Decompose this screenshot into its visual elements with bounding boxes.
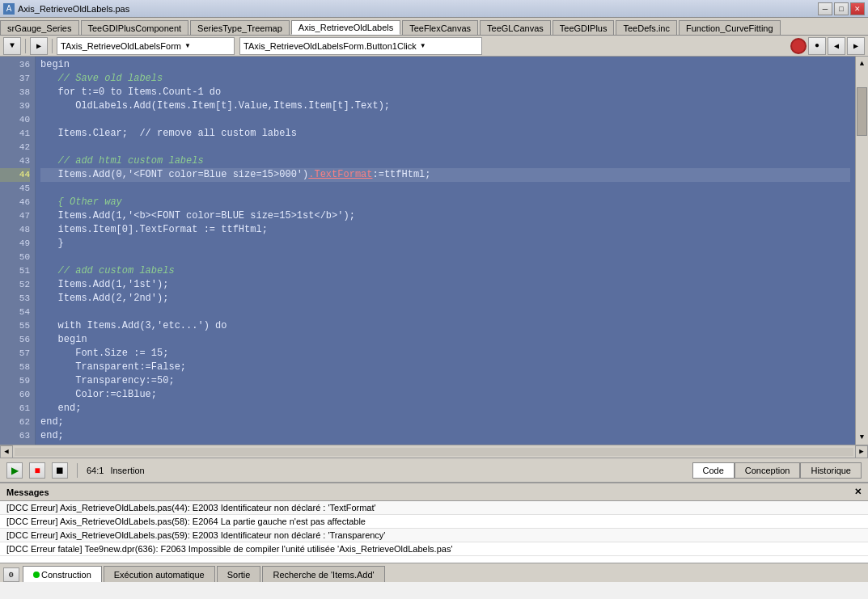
editor-tab[interactable]: TeeDefs.inc bbox=[616, 20, 676, 35]
class-dropdown[interactable]: TAxis_RetrieveOldLabelsForm ▼ bbox=[57, 37, 235, 55]
code-line: end; bbox=[40, 402, 850, 416]
code-line: } bbox=[40, 237, 850, 251]
code-line: Color:=clBlue; bbox=[40, 388, 850, 402]
line-number-gutter: 55 bbox=[0, 319, 30, 333]
code-line: Transparent:=False; bbox=[40, 361, 850, 374]
line-number-gutter: 62 bbox=[0, 416, 30, 429]
scroll-right-btn[interactable]: ▶ bbox=[855, 445, 868, 458]
nav-btn-2[interactable]: ◀ bbox=[828, 37, 845, 55]
editor-tab[interactable]: srGauge_Series bbox=[0, 20, 79, 35]
horizontal-scrollbar[interactable]: ◀ ▶ bbox=[0, 445, 868, 458]
code-editor[interactable]: begin // Save old labels for t:=0 to Ite… bbox=[36, 57, 855, 445]
scroll-thumb[interactable] bbox=[857, 87, 867, 136]
line-number-gutter: 49 bbox=[0, 237, 30, 251]
code-line: for t:=0 to Items.Count-1 do bbox=[40, 86, 850, 99]
class-dropdown-value: TAxis_RetrieveOldLabelsForm bbox=[61, 41, 181, 51]
view-tab-conception[interactable]: Conception bbox=[735, 462, 801, 479]
code-line: with Items.Add(3,'etc...') do bbox=[40, 319, 850, 333]
view-tabs[interactable]: CodeConceptionHistorique bbox=[692, 462, 862, 479]
bottom-tab-construction[interactable]: Construction bbox=[23, 566, 102, 582]
line-number-gutter: 43 bbox=[0, 154, 30, 168]
code-line: OldLabels.Add(Items.Item[t].Value,Items.… bbox=[40, 99, 850, 113]
bottom-tab-label: Exécution automatique bbox=[114, 570, 205, 580]
editor-tab[interactable]: TeeGLCanvas bbox=[480, 20, 551, 35]
method-dropdown[interactable]: TAxis_RetrieveOldLabelsForm.Button1Click… bbox=[239, 37, 482, 55]
maximize-button[interactable]: □ bbox=[834, 2, 849, 15]
messages-title: Messages bbox=[6, 487, 49, 497]
title-bar: A Axis_RetrieveOldLabels.pas ─ □ ✕ bbox=[0, 0, 868, 18]
editor-tab[interactable]: TeeGDIPlusComponent bbox=[81, 20, 189, 35]
stop-button[interactable]: ■ bbox=[29, 462, 45, 479]
bottom-tabs: ⚙ ConstructionExécution automatiqueSorti… bbox=[0, 563, 868, 582]
line-number-gutter: 48 bbox=[0, 223, 30, 237]
tomato-icon bbox=[790, 38, 807, 54]
line-number-gutter: 56 bbox=[0, 333, 30, 347]
scroll-left-btn[interactable]: ◀ bbox=[0, 445, 13, 458]
code-line: Transparency:=50; bbox=[40, 374, 850, 388]
code-line: Items.Clear; // remove all custom labels bbox=[40, 127, 850, 141]
line-number-gutter: 45 bbox=[0, 182, 30, 196]
editor-tab[interactable]: Function_CurveFitting bbox=[679, 20, 781, 35]
cursor-position: 64:1 bbox=[87, 466, 104, 475]
code-line: begin bbox=[40, 333, 850, 347]
close-messages-icon[interactable]: ✕ bbox=[854, 487, 862, 497]
code-line bbox=[40, 251, 850, 264]
pause-button[interactable]: ⏹ bbox=[52, 462, 68, 479]
active-indicator-icon bbox=[33, 572, 40, 578]
code-panel: 3637383940414243444546474849505152535455… bbox=[0, 57, 868, 445]
bottom-toolbar-icon: ⚙ bbox=[3, 567, 19, 582]
message-row[interactable]: [DCC Erreur] Axis_RetrieveOldLabels.pas(… bbox=[0, 529, 868, 542]
message-row[interactable]: [DCC Erreur] Axis_RetrieveOldLabels.pas(… bbox=[0, 501, 868, 515]
title-bar-text: Axis_RetrieveOldLabels.pas bbox=[18, 4, 129, 14]
bottom-tab-recherche-de-'items.add'[interactable]: Recherche de 'Items.Add' bbox=[262, 566, 384, 582]
code-line: Items.Add(1,'1st'); bbox=[40, 278, 850, 292]
h-scroll-track bbox=[15, 448, 853, 456]
message-row[interactable]: [DCC Erreur fatale] Tee9new.dpr(636): F2… bbox=[0, 542, 868, 556]
toolbar-right-btns: ● ◀ ▶ bbox=[790, 37, 865, 55]
code-line: items.Item[0].TextFormat := ttfHtml; bbox=[40, 223, 850, 237]
view-tab-code[interactable]: Code bbox=[692, 462, 735, 479]
line-number-gutter: 39 bbox=[0, 99, 30, 113]
line-number-gutter: 36 bbox=[0, 58, 30, 72]
scroll-down-btn[interactable]: ▼ bbox=[856, 430, 868, 445]
run-button[interactable]: ▶ bbox=[6, 462, 23, 479]
gear-icon: ⚙ bbox=[9, 570, 14, 580]
bottom-tab-label: Construction bbox=[41, 570, 91, 580]
code-line: { Other way bbox=[40, 196, 850, 209]
line-number: 64 bbox=[87, 466, 96, 475]
scroll-track bbox=[856, 152, 868, 430]
tab-bar: srGauge_SeriesTeeGDIPlusComponentSeriesT… bbox=[0, 18, 868, 36]
editor-tab[interactable]: SeriesType_Treemap bbox=[190, 20, 290, 35]
view-tab-historique[interactable]: Historique bbox=[800, 462, 862, 479]
code-line: // add custom labels bbox=[40, 264, 850, 278]
title-bar-controls[interactable]: ─ □ ✕ bbox=[818, 2, 865, 15]
bottom-tab-exécution-automatique[interactable]: Exécution automatique bbox=[104, 566, 215, 582]
bottom-tab-sortie[interactable]: Sortie bbox=[217, 566, 261, 582]
message-row[interactable]: [DCC Erreur] Axis_RetrieveOldLabels.pas(… bbox=[0, 515, 868, 529]
vertical-scrollbar[interactable]: ▲ ▼ bbox=[855, 57, 868, 445]
code-line: Items.Add(2,'2nd'); bbox=[40, 292, 850, 306]
insert-mode: Insertion bbox=[110, 466, 144, 475]
nav-btn-1[interactable]: ● bbox=[808, 37, 826, 55]
code-line: Items.Add(1,'<b><FONT color=BLUE size=15… bbox=[40, 209, 850, 223]
line-number-gutter: 54 bbox=[0, 306, 30, 319]
line-number-gutter: 51 bbox=[0, 264, 30, 278]
editor-tab[interactable]: Axis_RetrieveOldLabels bbox=[291, 20, 400, 35]
line-number-gutter: 38 bbox=[0, 86, 30, 99]
toolbar-back-button[interactable]: ▼ bbox=[3, 37, 21, 55]
editor-tab[interactable]: TeeGDIPlus bbox=[553, 20, 615, 35]
toolbar-arrow-btn[interactable]: ▶ bbox=[30, 37, 48, 55]
line-number-gutter: 41 bbox=[0, 127, 30, 141]
nav-btn-3[interactable]: ▶ bbox=[847, 37, 865, 55]
line-number-gutter: 61 bbox=[0, 402, 30, 416]
code-line bbox=[40, 141, 850, 154]
code-line: // Save old labels bbox=[40, 72, 850, 86]
close-button[interactable]: ✕ bbox=[850, 2, 865, 15]
scroll-up-btn[interactable]: ▲ bbox=[856, 57, 868, 71]
line-number-gutter: 46 bbox=[0, 196, 30, 209]
toolbar-row-1: ▼ ▶ TAxis_RetrieveOldLabelsForm ▼ TAxis_… bbox=[0, 36, 868, 57]
editor-tab[interactable]: TeeFlexCanvas bbox=[402, 20, 478, 35]
code-line: end; bbox=[40, 429, 850, 443]
title-bar-left: A Axis_RetrieveOldLabels.pas bbox=[3, 3, 129, 15]
minimize-button[interactable]: ─ bbox=[818, 2, 832, 15]
